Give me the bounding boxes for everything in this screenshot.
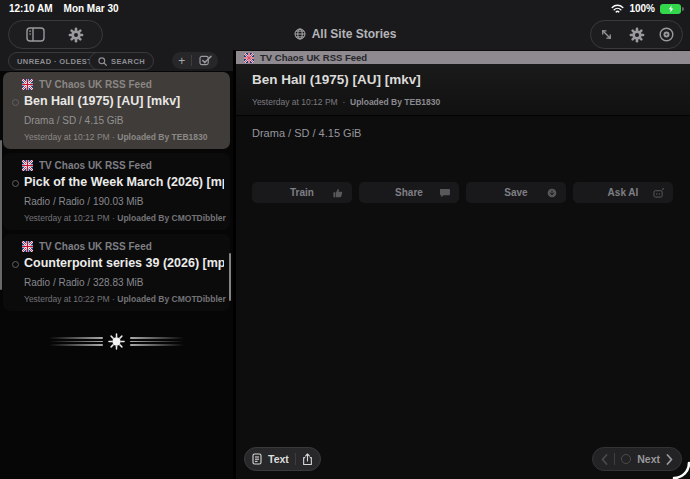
list-item[interactable]: TV Chaos UK RSS Feed Ben Hall (1975) [AU… [3,72,230,149]
item-meta: Radio / Radio / 190.03 MiB [24,196,144,207]
globe-icon [294,28,306,40]
toolbar-right-group [590,20,683,49]
robot-icon [653,188,664,198]
action-label: Train [290,187,314,198]
action-label: Save [504,187,527,198]
uk-flag-icon [22,241,33,252]
feed-header-bar: TV Chaos UK RSS Feed [236,51,690,64]
story-list: TV Chaos UK RSS Feed Ben Hall (1975) [AU… [0,71,233,315]
action-label: Ask AI [608,187,639,198]
expand-button[interactable] [593,21,621,48]
feed-header-label: TV Chaos UK RSS Feed [260,52,367,63]
unread-indicator [12,261,19,268]
share-button[interactable]: Share [359,182,459,203]
item-title: Ben Hall (1975) [AU] [mkv] [24,94,224,108]
search-button[interactable]: SEARCH [89,52,154,70]
item-feed-name: TV Chaos UK RSS Feed [39,241,152,252]
story-title: Ben Hall (1975) [AU] [mkv] [252,72,421,87]
spinner-icon [108,333,125,350]
unread-indicator [12,180,19,187]
status-bar: 12:10 AM Mon Mar 30 100% [0,0,690,17]
item-meta: Radio / Radio / 328.83 MiB [24,277,144,288]
search-label: SEARCH [111,57,145,66]
item-feed-name: TV Chaos UK RSS Feed [39,79,152,90]
page-title: All Site Stories [0,17,690,50]
account-circle-button[interactable] [652,21,680,48]
story-timestamp: Yesterday at 10:12 PM · Uploaded By TEB1… [252,97,440,107]
list-scrollbar[interactable] [229,253,231,301]
gear-icon-button[interactable] [623,21,651,48]
divider [614,453,615,465]
text-view-group: Text [244,447,321,471]
save-button[interactable]: Save [466,182,566,203]
save-circle-icon [547,188,557,198]
uk-flag-icon [22,79,33,90]
mark-all-read-button[interactable] [199,55,212,66]
story-title-block: Ben Hall (1975) [AU] [mkv] Yesterday at … [236,64,690,116]
story-detail-panel: TV Chaos UK RSS Feed Ben Hall (1975) [AU… [236,50,690,479]
wifi-icon [611,4,624,14]
unread-toggle-icon[interactable] [621,454,631,464]
uk-flag-icon [22,160,33,171]
page-title-label: All Site Stories [312,27,397,41]
item-meta: Drama / SD / 4.15 GiB [24,115,123,126]
sort-filter-label: UNREAD · OLDEST [17,57,92,66]
list-item[interactable]: TV Chaos UK RSS Feed Counterpoint series… [3,234,230,311]
story-body: Drama / SD / 4.15 GiB [252,127,361,139]
unread-indicator [12,99,19,106]
item-title: Counterpoint series 39 (2026) [mp3] [24,256,224,270]
train-button[interactable]: Train [252,182,352,203]
document-icon [252,453,262,465]
ask-ai-button[interactable]: Ask AI [573,182,673,203]
next-button[interactable]: Next [637,453,660,465]
panel-scrollbar[interactable] [0,140,2,290]
add-button[interactable]: + [178,55,185,67]
settings-button[interactable] [62,21,90,48]
sidebar-toggle-button[interactable] [21,21,49,48]
text-view-button[interactable]: Text [268,453,289,465]
list-actions-group: + [172,52,218,69]
share-export-button[interactable] [302,453,313,466]
message-icon [439,188,450,198]
search-icon [98,57,107,66]
action-label: Share [395,187,423,198]
item-timestamp: Yesterday at 10:21 PM · Uploaded By CMOT… [24,213,226,223]
divider [295,453,296,465]
loading-spinner [0,333,233,350]
uk-flag-icon [244,53,254,63]
divider [191,55,192,66]
toolbar: All Site Stories [0,17,690,50]
battery-percent: 100% [629,3,655,14]
toolbar-left-group [8,20,103,49]
battery-charging-icon [660,4,681,14]
story-navigation: Next [592,447,682,471]
story-list-panel: UNREAD · OLDEST SEARCH + [0,50,233,479]
thumbs-up-icon [333,188,343,198]
list-item[interactable]: TV Chaos UK RSS Feed Pick of the Week Ma… [3,153,230,230]
story-actions: Train Share Save [252,182,673,203]
item-title: Pick of the Week March (2026) [mp3] [24,175,224,189]
item-timestamp: Yesterday at 10:22 PM · Uploaded By CMOT… [24,294,226,304]
screen-corner-arc [672,461,690,479]
clock-date: Mon Mar 30 [64,3,119,14]
item-timestamp: Yesterday at 10:12 PM · Uploaded By TEB1… [24,132,208,142]
item-feed-name: TV Chaos UK RSS Feed [39,160,152,171]
list-header: UNREAD · OLDEST SEARCH + [0,50,233,71]
clock-time: 12:10 AM [9,3,53,14]
previous-button[interactable] [601,454,608,465]
